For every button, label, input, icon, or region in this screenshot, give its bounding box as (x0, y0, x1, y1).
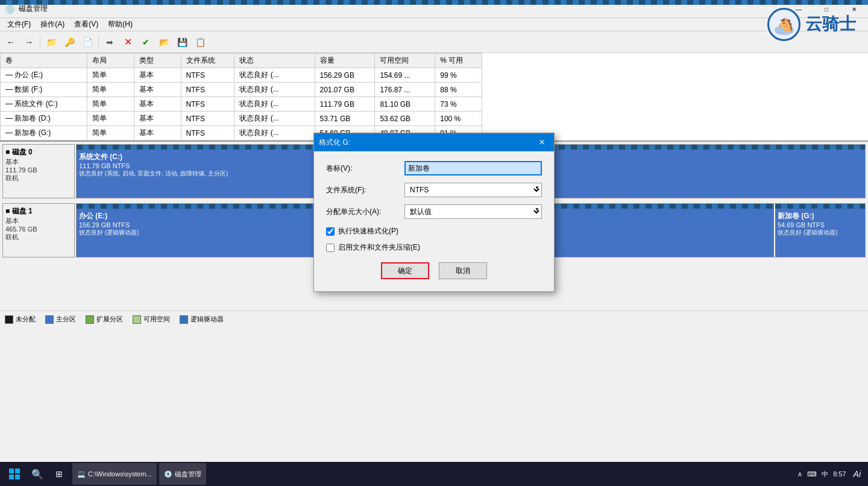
table-cell: 状态良好 (... (234, 83, 315, 97)
search-taskbar-icon[interactable]: 🔍 (27, 463, 48, 485)
compress-checkbox[interactable] (326, 244, 335, 252)
taskbar-time[interactable]: 8:57 (833, 470, 846, 478)
table-cell: 100 % (435, 112, 482, 126)
legend-logical: 逻辑驱动器 (180, 315, 224, 324)
table-cell: 简单 (87, 126, 134, 140)
toolbar-key[interactable]: 🔑 (61, 34, 78, 51)
alloc-label-text: 分配单元大小(A): (326, 207, 404, 217)
toolbar-arrow[interactable]: ➡ (101, 34, 118, 51)
legend-extended: 扩展分区 (86, 315, 123, 324)
disk-0-size: 111.79 GB (5, 166, 72, 174)
col-layout[interactable]: 布局 (87, 54, 134, 68)
toolbar-sep1 (40, 36, 40, 48)
table-cell: 基本 (134, 112, 181, 126)
dialog-titlebar: 格式化 G: ✕ (314, 133, 554, 151)
menu-action[interactable]: 操作(A) (36, 18, 69, 31)
toolbar-clip[interactable]: 📋 (192, 34, 209, 51)
table-cell: NTFS (181, 112, 234, 126)
partition-e-name: 办公 (E:) (79, 211, 334, 221)
ok-button[interactable]: 确定 (381, 262, 429, 279)
toolbar-save[interactable]: 💾 (174, 34, 190, 51)
partition-g-size: 54.69 GB NTFS (778, 221, 863, 229)
quick-format-checkbox[interactable] (326, 227, 335, 236)
partition-e-size: 156.29 GB NTFS (79, 221, 334, 229)
time-display: 8:57 (833, 470, 846, 478)
disk-1-status: 联机 (5, 233, 72, 242)
col-capacity[interactable]: 容量 (315, 54, 375, 68)
table-cell: 基本 (134, 126, 181, 140)
taskbar-keyboard[interactable]: ⌨ (807, 470, 817, 478)
toolbar-check[interactable]: ✔ (137, 34, 154, 51)
alloc-row: 分配单元大小(A): 默认值 512 1024 2048 4096 (326, 204, 542, 219)
table-cell: NTFS (181, 68, 234, 83)
table-row[interactable]: — 办公 (E:)简单基本NTFS状态良好 (...156.29 GB154.6… (1, 68, 482, 83)
volume-label-text: 卷标(V): (326, 163, 404, 174)
disk-0-type: 基本 (5, 157, 72, 166)
table-cell: 201.07 GB (315, 83, 375, 97)
svg-text:🐴: 🐴 (777, 16, 794, 33)
toolbar-open[interactable]: 📂 (156, 34, 172, 51)
partition-e-detail: 状态良好 (逻辑驱动器) (79, 229, 334, 237)
legend-extended-label: 扩展分区 (96, 315, 123, 324)
toolbar-forward[interactable]: → (20, 34, 37, 51)
disk-1-partition-e[interactable]: 办公 (E:) 156.29 GB NTFS 状态良好 (逻辑驱动器) (77, 204, 338, 257)
table-row[interactable]: — 数据 (F:)简单基本NTFS状态良好 (...201.07 GB176.8… (1, 83, 482, 97)
col-status[interactable]: 状态 (234, 54, 315, 68)
taskbar-app-diskmgmt[interactable]: 💿 磁盘管理 (159, 463, 206, 485)
taskbar-app-cmd[interactable]: 💻 C:\Windows\system... (72, 463, 157, 485)
col-fs[interactable]: 文件系统 (181, 54, 234, 68)
legend-free-color (133, 315, 141, 324)
legend-primary-color (45, 315, 54, 324)
disk-1-partition-g[interactable]: 新加卷 (G:) 54.69 GB NTFS 状态良好 (逻辑驱动器) (775, 204, 865, 257)
table-cell: 简单 (87, 68, 134, 83)
quick-format-label: 执行快速格式化(P) (338, 226, 398, 236)
taskbar-lang[interactable]: 中 (822, 470, 828, 479)
toolbar-folder[interactable]: 📁 (43, 34, 60, 51)
table-cell: 简单 (87, 112, 134, 126)
toolbar-doc[interactable]: 📄 (79, 34, 96, 51)
cancel-button[interactable]: 取消 (439, 262, 487, 279)
table-cell: — 办公 (E:) (1, 68, 87, 83)
table-cell: 基本 (134, 97, 181, 112)
quick-format-row: 执行快速格式化(P) (326, 226, 542, 236)
menu-help[interactable]: 帮助(H) (103, 18, 137, 31)
table-cell: 状态良好 (... (234, 126, 315, 140)
table-row[interactable]: — 新加卷 (D:)简单基本NTFS状态良好 (...53.71 GB53.62… (1, 112, 482, 126)
legend-free-label: 可用空间 (143, 315, 170, 324)
taskbar-ai[interactable]: Ai (854, 469, 861, 479)
filesystem-row: 文件系统(F): NTFS FAT32 exFAT (326, 183, 542, 197)
col-type[interactable]: 类型 (134, 54, 181, 68)
table-cell: 状态良好 (... (234, 112, 315, 126)
filesystem-label-text: 文件系统(F): (326, 185, 404, 195)
table-cell: 88 % (435, 83, 482, 97)
disk-table: 卷 布局 类型 文件系统 状态 容量 可用空间 % 可用 — 办公 (E:)简单… (0, 53, 482, 140)
volume-label-input[interactable] (404, 161, 542, 175)
col-pct[interactable]: % 可用 (435, 54, 482, 68)
legend-unalloc-label: 未分配 (16, 315, 36, 324)
taskbar-expand[interactable]: ∧ (797, 470, 802, 478)
toolbar-back[interactable]: ← (2, 34, 19, 51)
svg-rect-4 (9, 475, 14, 479)
alloc-select[interactable]: 默认值 512 1024 2048 4096 (404, 204, 542, 219)
dialog-body: 卷标(V): 文件系统(F): NTFS FAT32 exFAT 分配单元大小(… (314, 151, 554, 291)
table-row[interactable]: — 系统文件 (C:)简单基本NTFS状态良好 (...111.79 GB81.… (1, 97, 482, 112)
diskmgmt-icon: 💿 (164, 470, 172, 478)
volume-label-row: 卷标(V): (326, 161, 542, 175)
col-volume[interactable]: 卷 (1, 54, 87, 68)
start-button[interactable] (2, 462, 27, 486)
col-free[interactable]: 可用空间 (375, 54, 435, 68)
disk-table-area: 卷 布局 类型 文件系统 状态 容量 可用空间 % 可用 — 办公 (E:)简单… (0, 53, 868, 142)
disk-1-type: 基本 (5, 216, 72, 226)
filesystem-select[interactable]: NTFS FAT32 exFAT (404, 183, 542, 197)
table-cell: 简单 (87, 97, 134, 112)
menu-view[interactable]: 查看(V) (69, 18, 103, 31)
menu-file[interactable]: 文件(F) (2, 18, 36, 31)
dialog-close-button[interactable]: ✕ (535, 135, 549, 150)
taskview-icon[interactable]: ⊞ (48, 463, 70, 485)
table-cell: 111.79 GB (315, 97, 375, 112)
partition-e-header-bar (77, 204, 336, 209)
compress-row: 启用文件和文件夹压缩(E) (326, 242, 542, 253)
svg-rect-5 (15, 475, 20, 479)
toolbar-sep2 (98, 36, 99, 48)
toolbar-x[interactable]: ✕ (119, 34, 136, 51)
